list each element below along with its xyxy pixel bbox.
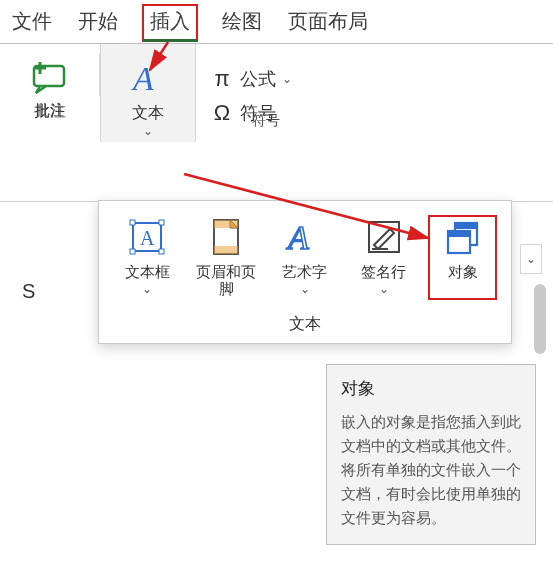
chevron-down-icon: ⌄: [526, 252, 536, 266]
tab-file[interactable]: 文件: [10, 4, 54, 41]
vertical-scrollbar[interactable]: [534, 284, 546, 354]
group-text: A 文本 ⌄: [100, 44, 196, 142]
header-footer-button[interactable]: 页眉和页脚: [192, 215, 261, 300]
text-dropdown-panel: A 文本框 ⌄ 页眉和页脚 A 艺术字: [98, 200, 512, 344]
svg-rect-17: [455, 223, 477, 229]
chevron-down-icon: ⌄: [282, 72, 292, 86]
chevron-down-icon: ⌄: [143, 124, 153, 138]
chevron-down-icon: ⌄: [142, 282, 152, 296]
svg-text:A: A: [140, 227, 155, 249]
textbox-label: 文本框: [125, 263, 170, 280]
dropdown-group-title: 文本: [113, 314, 497, 335]
equation-label: 公式: [240, 67, 276, 91]
object-button[interactable]: 对象: [428, 215, 497, 300]
tooltip-body: 嵌入的对象是指您插入到此文档中的文档或其他文件。将所有单独的文件嵌入一个文档，有…: [341, 410, 521, 530]
tab-layout[interactable]: 页面布局: [286, 4, 370, 41]
svg-rect-12: [214, 246, 238, 254]
ribbon: 批注 批注 A 文本 ⌄ π 公式 ⌄ Ω 符号 符号: [0, 44, 553, 202]
object-tooltip: 对象 嵌入的对象是指您插入到此文档中的文档或其他文件。将所有单独的文件嵌入一个文…: [326, 364, 536, 545]
svg-rect-7: [130, 249, 135, 254]
tab-draw[interactable]: 绘图: [220, 4, 264, 41]
chevron-down-icon: ⌄: [379, 282, 389, 296]
tab-insert[interactable]: 插入: [142, 4, 198, 42]
object-label: 对象: [448, 263, 478, 280]
svg-rect-14: [369, 222, 399, 252]
text-label: 文本: [132, 103, 164, 122]
group-comments-title: 批注: [0, 102, 100, 120]
textbox-button[interactable]: A 文本框 ⌄: [113, 215, 182, 300]
svg-rect-8: [159, 249, 164, 254]
header-footer-label: 页眉和页脚: [194, 263, 259, 298]
object-icon: [443, 217, 483, 257]
tab-home[interactable]: 开始: [76, 4, 120, 41]
svg-text:A: A: [131, 60, 154, 97]
group-symbols-title: 符号: [196, 112, 336, 130]
pi-icon: π: [210, 66, 234, 92]
svg-rect-6: [159, 220, 164, 225]
group-comments: 批注 批注: [0, 44, 100, 124]
wordart-button[interactable]: A 艺术字 ⌄: [271, 215, 340, 300]
wordart-label: 艺术字: [282, 263, 327, 280]
name-box[interactable]: S: [22, 280, 35, 303]
signature-label: 签名行: [361, 263, 406, 280]
header-footer-icon: [206, 217, 246, 257]
text-dropdown-button[interactable]: A 文本 ⌄: [115, 56, 181, 138]
svg-rect-19: [448, 231, 470, 237]
ribbon-overflow-button[interactable]: ⌄: [520, 244, 542, 274]
group-symbols: π 公式 ⌄ Ω 符号 符号: [196, 44, 336, 134]
signature-line-button[interactable]: 签名行 ⌄: [349, 215, 418, 300]
chevron-down-icon: ⌄: [300, 282, 310, 296]
tooltip-title: 对象: [341, 377, 521, 400]
textbox-icon: A: [127, 217, 167, 257]
equation-button[interactable]: π 公式 ⌄: [210, 62, 322, 96]
signature-icon: [364, 217, 404, 257]
text-icon: A: [128, 58, 168, 101]
svg-rect-5: [130, 220, 135, 225]
comment-icon: [30, 56, 70, 99]
tab-bar: 文件 开始 插入 绘图 页面布局: [0, 0, 553, 44]
svg-text:A: A: [286, 219, 309, 256]
svg-rect-11: [214, 220, 238, 228]
wordart-icon: A: [285, 217, 325, 257]
